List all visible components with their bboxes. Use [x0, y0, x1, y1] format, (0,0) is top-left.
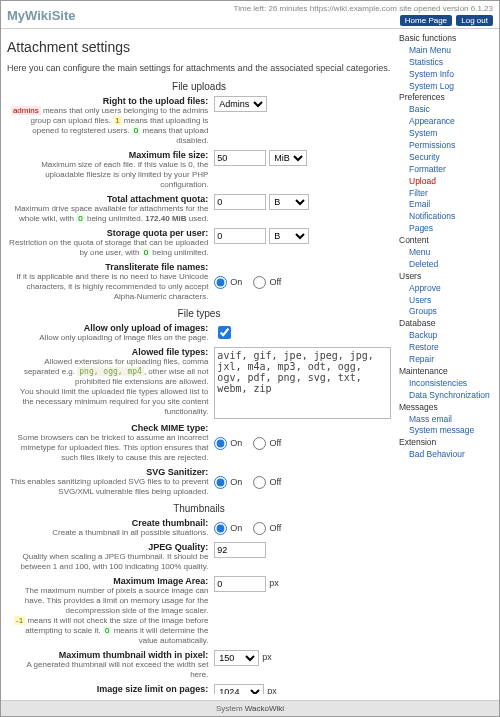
per-user-quota-unit-select[interactable]: B [269, 228, 309, 244]
transliterate-help: If it is applicable and there is no need… [7, 272, 208, 302]
sidebar-item-repair[interactable]: Repair [399, 354, 495, 366]
sidebar-item-basic[interactable]: Basic [399, 104, 495, 116]
max-image-area-help: The maximum number of pixels a source im… [7, 586, 208, 646]
sidebar-item-system-message[interactable]: System message [399, 425, 495, 437]
total-quota-input[interactable] [214, 194, 266, 210]
session-status: Time left: 26 minutes https://wiki.examp… [234, 4, 493, 13]
page-intro: Here you can configure the main settings… [7, 63, 391, 73]
svg-sanitizer-label: SVG Sanitizer: [7, 467, 208, 477]
per-user-quota-input[interactable] [214, 228, 266, 244]
sidebar-item-security[interactable]: Security [399, 152, 495, 164]
max-filesize-help: Maximum size of each file. If this value… [7, 160, 208, 190]
sidebar-item-deleted[interactable]: Deleted [399, 259, 495, 271]
total-quota-unit-select[interactable]: B [269, 194, 309, 210]
max-thumb-width-label: Maximum thumbnail width in pixel: [7, 650, 208, 660]
create-thumbnail-on-radio[interactable] [214, 522, 227, 535]
sidebar-item-users[interactable]: Users [399, 295, 495, 307]
upload-right-label: Right to the upload files: [7, 96, 208, 106]
max-filesize-unit-select[interactable]: MiB [269, 150, 307, 166]
allowed-types-help: Allowed extensions for uploading files, … [7, 357, 208, 417]
sidebar-item-menu[interactable]: Menu [399, 247, 495, 259]
transliterate-on-radio[interactable] [214, 276, 227, 289]
sidebar-item-formatter[interactable]: Formatter [399, 164, 495, 176]
image-size-limit-unit: px [267, 684, 277, 694]
create-thumbnail-label: Create thumbnail: [7, 518, 208, 528]
sidebar-item-mass-email[interactable]: Mass email [399, 414, 495, 426]
sidebar-item-notifications[interactable]: Notifications [399, 211, 495, 223]
per-user-quota-label: Storage quota per user: [7, 228, 208, 238]
sidebar-item-inconsistencies[interactable]: Inconsistencies [399, 378, 495, 390]
total-quota-label: Total attachment quota: [7, 194, 208, 204]
max-image-area-unit: px [269, 576, 279, 588]
check-mime-label: Check MIME type: [7, 423, 208, 433]
allowed-types-textarea[interactable]: avif, gif, jpe, jpeg, jpg, jxl, m4a, mp3… [214, 347, 391, 419]
home-page-button[interactable]: Home Page [400, 15, 452, 26]
sidebar-item-filter[interactable]: Filter [399, 188, 495, 200]
sidebar-item-email[interactable]: Email [399, 199, 495, 211]
section-file-types: File types [7, 308, 391, 319]
sidebar-item-system-log[interactable]: System Log [399, 81, 495, 93]
sidebar-item-system[interactable]: System [399, 128, 495, 140]
check-mime-help: Some browsers can be tricked to assume a… [7, 433, 208, 463]
jpeg-quality-help: Quality when scaling a JPEG thumbnail. I… [7, 552, 208, 572]
sidebar-item-pages[interactable]: Pages [399, 223, 495, 235]
sidebar-nav: Basic functions Main Menu Statistics Sys… [399, 29, 499, 694]
section-file-uploads: File uploads [7, 81, 391, 92]
total-quota-help: Maximum drive space available for attach… [7, 204, 208, 224]
sidebar-item-upload[interactable]: Upload [399, 176, 495, 188]
section-thumbnails: Thumbnails [7, 503, 391, 514]
images-only-checkbox[interactable] [218, 326, 231, 339]
check-mime-on-radio[interactable] [214, 437, 227, 450]
image-size-limit-label: Image size limit on pages: [7, 684, 208, 694]
sidebar-item-restore[interactable]: Restore [399, 342, 495, 354]
max-thumb-width-select[interactable]: 150 [214, 650, 259, 666]
max-image-area-input[interactable] [214, 576, 266, 592]
sidebar-item-permissions[interactable]: Permissions [399, 140, 495, 152]
images-only-help: Allow only uploading of image files on t… [7, 333, 208, 343]
upload-right-select[interactable]: Admins [214, 96, 267, 112]
sidebar-item-approve[interactable]: Approve [399, 283, 495, 295]
allowed-types-label: Alowed file types: [7, 347, 208, 357]
transliterate-off-radio[interactable] [253, 276, 266, 289]
footer-link[interactable]: WackoWiki [245, 704, 284, 713]
max-filesize-input[interactable] [214, 150, 266, 166]
sidebar-item-appearance[interactable]: Appearance [399, 116, 495, 128]
upload-right-help: admins means that only users belonging t… [7, 106, 208, 146]
jpeg-quality-input[interactable] [214, 542, 266, 558]
sidebar-item-data-sync[interactable]: Data Synchronization [399, 390, 495, 402]
sidebar-item-backup[interactable]: Backup [399, 330, 495, 342]
svg-sanitizer-on-radio[interactable] [214, 476, 227, 489]
svg-sanitizer-help: This enables sanitizing uploaded SVG fil… [7, 477, 208, 497]
max-image-area-label: Maximum Image Area: [7, 576, 208, 586]
sidebar-item-groups[interactable]: Groups [399, 306, 495, 318]
page-title: Attachment settings [7, 39, 391, 55]
sidebar-item-system-info[interactable]: System Info [399, 69, 495, 81]
create-thumbnail-help: Create a thumbnail in all possible situa… [7, 528, 208, 538]
max-thumb-width-help: A generated thumbnail will not exceed th… [7, 660, 208, 680]
sidebar-item-bad-behaviour[interactable]: Bad Behaviour [399, 449, 495, 461]
images-only-label: Allow only upload of images: [7, 323, 208, 333]
create-thumbnail-off-radio[interactable] [253, 522, 266, 535]
per-user-quota-help: Restriction on the quota of storage that… [7, 238, 208, 258]
check-mime-off-radio[interactable] [253, 437, 266, 450]
max-filesize-label: Maximum file size: [7, 150, 208, 160]
site-logo: MyWikiSite [7, 8, 76, 23]
jpeg-quality-label: JPEG Quality: [7, 542, 208, 552]
svg-sanitizer-off-radio[interactable] [253, 476, 266, 489]
image-size-limit-select[interactable]: 1024 [214, 684, 264, 694]
sidebar-item-statistics[interactable]: Statistics [399, 57, 495, 69]
sidebar-item-main-menu[interactable]: Main Menu [399, 45, 495, 57]
footer: System WackoWiki [1, 700, 499, 716]
transliterate-label: Transliterate file names: [7, 262, 208, 272]
max-thumb-width-unit: px [262, 650, 272, 662]
logout-button[interactable]: Log out [456, 15, 493, 26]
